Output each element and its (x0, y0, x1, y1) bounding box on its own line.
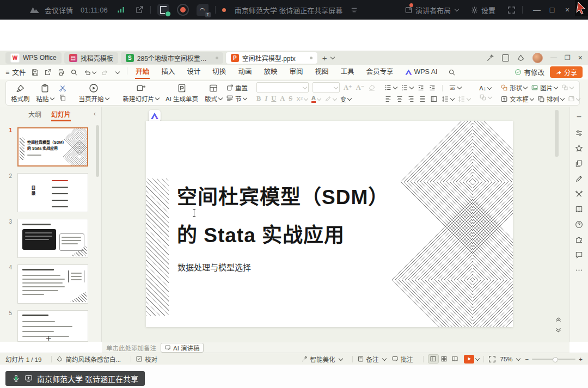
file-menu[interactable]: ≡ 文件 (5, 67, 26, 77)
slide-thumbnail-3[interactable] (17, 219, 88, 258)
notes-toggle-button[interactable]: 备注 (357, 355, 386, 364)
strikethrough-button[interactable]: S (289, 95, 292, 103)
doc-widget-icon[interactable] (157, 4, 169, 16)
align-objects-button[interactable] (568, 95, 580, 102)
global-settings-icon[interactable] (517, 54, 525, 62)
highlight-color-button[interactable] (324, 95, 336, 102)
clear-format-icon[interactable] (368, 84, 376, 91)
font-size-select[interactable] (313, 82, 340, 93)
shapes-button[interactable]: 形状 (500, 83, 527, 92)
undo-button[interactable] (83, 69, 96, 76)
theme-name-button[interactable]: 简约风线条感留白... (56, 355, 121, 364)
notes-placeholder[interactable]: 单击此处添加备注 (106, 343, 156, 352)
comments-toggle-button[interactable]: 批注 (391, 355, 413, 364)
font-family-select[interactable] (256, 82, 309, 93)
user-avatar[interactable] (532, 53, 543, 63)
menu-slideshow[interactable]: 放映 (258, 65, 283, 79)
wps-close-button[interactable]: × (578, 53, 583, 62)
presenter-layout-button[interactable]: 演讲者布局 (405, 5, 458, 15)
wps-restore-button[interactable]: ❐ (565, 54, 571, 61)
picture-button[interactable]: 图片 (531, 83, 558, 92)
network-signal-icon[interactable] (117, 5, 125, 14)
redo-icon[interactable] (101, 69, 109, 76)
tab-outline[interactable]: 大纲 (28, 109, 41, 119)
fit-slide-icon[interactable] (488, 355, 496, 363)
save-icon[interactable] (31, 69, 39, 76)
broadcast-widget-icon[interactable]: ◠ T (197, 4, 209, 16)
slide-thumbnail-2[interactable]: 目录 (17, 173, 88, 212)
meeting-minimize-button[interactable]: — (529, 5, 544, 14)
menu-insert[interactable]: 插入 (155, 65, 181, 79)
tools-icon[interactable] (575, 190, 583, 198)
wps-minimize-button[interactable]: — (550, 54, 557, 61)
message-center-icon[interactable] (486, 54, 494, 62)
properties-sliders-icon[interactable] (575, 129, 583, 137)
next-slide-button[interactable] (555, 327, 562, 334)
text-rotate-button[interactable]: A↓ (479, 85, 492, 91)
distribute-text-icon[interactable] (430, 95, 438, 103)
tab-wps-office[interactable]: W WPS Office (5, 52, 62, 64)
meeting-details-button[interactable]: 会议详情 (45, 5, 73, 15)
quickbar-more-chevron[interactable] (115, 69, 120, 73)
add-slide-button[interactable]: + (46, 333, 52, 344)
font-color-button[interactable]: A (311, 95, 321, 103)
align-left-icon[interactable] (384, 95, 392, 103)
play-from-current-button[interactable]: 当页开始 (76, 82, 112, 104)
menu-review[interactable]: 审阅 (283, 65, 309, 79)
slide-thumbnail-1[interactable]: 空间杜宾模型（SDM）的 Stata 实战应用 (17, 127, 88, 167)
share-button[interactable]: 分享 (550, 66, 583, 78)
proofread-button[interactable]: 校对 (136, 355, 157, 364)
zoom-out-button[interactable]: − (525, 356, 529, 362)
slide-subtitle[interactable]: 数据处理与模型选择 (177, 261, 251, 273)
comments-icon[interactable] (575, 251, 583, 259)
align-right-icon[interactable] (407, 95, 415, 103)
cut-icon[interactable] (59, 84, 66, 92)
workspace-icon[interactable] (502, 54, 509, 61)
menu-design[interactable]: 设计 (181, 65, 206, 79)
tab-spreadsheet[interactable]: S 285个地级市空间权重矩阵(1).xlsx (121, 52, 223, 64)
recording-indicator-icon[interactable] (177, 4, 189, 16)
menu-view[interactable]: 视图 (309, 65, 334, 79)
decrease-font-button[interactable]: A⁻ (356, 83, 365, 92)
bullets-button[interactable] (384, 84, 397, 91)
superscript-button[interactable]: X² (296, 96, 308, 102)
help-icon[interactable] (575, 220, 583, 229)
collapse-ribbon-button[interactable]: − (577, 112, 581, 122)
italic-button[interactable]: I (265, 95, 267, 103)
align-justify-icon[interactable] (419, 95, 426, 103)
more-options-icon[interactable] (575, 266, 583, 274)
slide-sorter-view-button[interactable] (439, 354, 450, 364)
align-center-icon[interactable] (396, 95, 403, 103)
slide-title-line1[interactable]: 空间杜宾模型（SDM） (177, 181, 389, 210)
text-effects-button[interactable]: 变 (340, 95, 351, 103)
canvas-scrollbar[interactable] (555, 110, 559, 322)
menu-animation[interactable]: 动画 (232, 65, 258, 79)
arrange-button[interactable]: 排列 (537, 95, 564, 103)
increase-font-button[interactable]: A⁺ (344, 83, 352, 92)
menu-member[interactable]: 会员专享 (360, 65, 399, 79)
merge-shapes-button[interactable] (561, 84, 573, 91)
previous-slide-button[interactable] (555, 316, 562, 323)
decrease-indent-icon[interactable] (417, 84, 425, 91)
copy-icon[interactable] (59, 94, 66, 102)
meeting-settings-button[interactable]: 设置 (470, 5, 495, 15)
collapse-panel-button[interactable]: ‹ (94, 110, 96, 118)
paragraph-spacing-button[interactable] (458, 95, 470, 103)
current-slide[interactable]: 空间杜宾模型（SDM） 的 Stata 实战应用 数据处理与模型选择 (146, 121, 513, 327)
slide-thumbnail-4[interactable] (17, 264, 88, 304)
sharing-options-icon[interactable] (350, 6, 358, 14)
numbering-button[interactable] (401, 84, 413, 91)
new-tab-button[interactable]: + (322, 53, 327, 63)
print-preview-icon[interactable] (70, 69, 78, 76)
format-painter-button[interactable]: 格式刷 (8, 83, 33, 104)
clipboard-layers-icon[interactable] (575, 159, 583, 168)
ai-script-button[interactable]: AI 演讲稿 (161, 343, 204, 353)
slide-thumbnail-5[interactable] (17, 310, 88, 342)
char-spacing-button[interactable]: A (280, 95, 285, 103)
panel-scrollbar[interactable] (96, 125, 99, 332)
section-button[interactable]: 节 (226, 94, 248, 103)
zoom-slider-thumb[interactable] (553, 357, 558, 362)
reading-book-icon[interactable] (575, 205, 583, 213)
ai-generate-page-button[interactable]: AI 生成单页 (163, 82, 201, 104)
smart-beautify-button[interactable]: 智能美化 (301, 355, 342, 364)
